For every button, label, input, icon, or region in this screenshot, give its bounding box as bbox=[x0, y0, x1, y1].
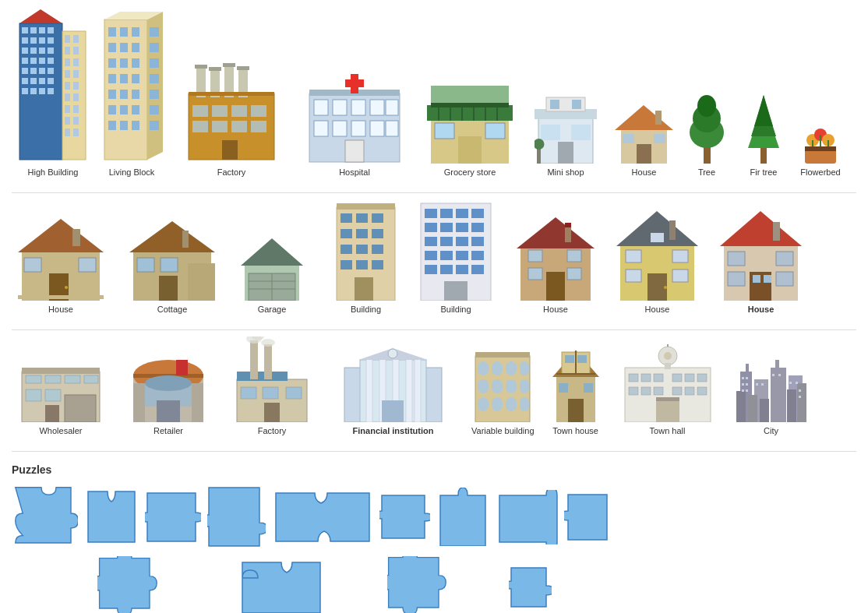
svg-rect-17 bbox=[48, 58, 54, 64]
svg-rect-232 bbox=[546, 272, 565, 301]
puzzle-piece-7[interactable] bbox=[436, 488, 489, 546]
svg-rect-106 bbox=[314, 100, 328, 115]
financial-label: Financial institution bbox=[353, 426, 434, 435]
svg-rect-341 bbox=[665, 363, 671, 369]
item-grocery-store[interactable]: Grocery store bbox=[427, 78, 513, 177]
svg-rect-20 bbox=[39, 68, 45, 74]
puzzle-piece-12[interactable] bbox=[387, 556, 450, 613]
svg-rect-300 bbox=[478, 361, 489, 375]
svg-rect-109 bbox=[370, 100, 384, 115]
svg-rect-26 bbox=[22, 88, 28, 94]
svg-rect-138 bbox=[541, 125, 560, 140]
svg-marker-144 bbox=[615, 105, 673, 130]
svg-rect-46 bbox=[73, 105, 79, 113]
puzzles-section: Puzzles bbox=[12, 463, 856, 613]
svg-rect-224 bbox=[471, 265, 484, 274]
item-house3[interactable]: House bbox=[517, 203, 595, 314]
svg-rect-316 bbox=[565, 355, 574, 363]
puzzle-piece-5[interactable] bbox=[272, 489, 373, 545]
item-house4[interactable]: House bbox=[616, 203, 698, 314]
variable-building-icon bbox=[471, 344, 534, 422]
item-mini-shop[interactable]: Mini shop bbox=[535, 93, 597, 177]
svg-rect-312 bbox=[475, 352, 530, 358]
row-2: House bbox=[12, 199, 856, 322]
item-city[interactable]: City bbox=[736, 344, 806, 435]
puzzle-piece-9[interactable] bbox=[564, 491, 611, 544]
fir-tree-icon bbox=[748, 93, 779, 164]
item-house1[interactable]: House bbox=[615, 93, 673, 177]
item-factory2[interactable]: Factory bbox=[233, 336, 311, 435]
item-factory1[interactable]: Factory bbox=[185, 62, 278, 177]
svg-rect-258 bbox=[26, 375, 41, 383]
svg-rect-223 bbox=[456, 265, 468, 274]
svg-rect-213 bbox=[425, 237, 437, 246]
item-financial[interactable]: Financial institution bbox=[337, 344, 450, 435]
item-building2[interactable]: Building bbox=[417, 199, 495, 314]
item-high-building[interactable]: High Building bbox=[18, 8, 88, 177]
svg-rect-139 bbox=[571, 125, 591, 140]
svg-rect-55 bbox=[132, 27, 139, 37]
svg-rect-116 bbox=[345, 140, 364, 162]
item-living-block[interactable]: Living Block bbox=[101, 8, 163, 177]
puzzle-piece-8[interactable] bbox=[496, 490, 558, 544]
svg-rect-240 bbox=[672, 270, 688, 282]
svg-rect-278 bbox=[250, 340, 258, 379]
item-variable-building[interactable]: Variable building bbox=[471, 344, 535, 435]
divider-3 bbox=[12, 451, 856, 452]
svg-rect-363 bbox=[778, 374, 781, 376]
item-retailer[interactable]: Retailer bbox=[129, 352, 207, 435]
puzzle-piece-4[interactable] bbox=[207, 484, 266, 550]
svg-rect-99 bbox=[231, 121, 247, 132]
svg-rect-325 bbox=[629, 374, 638, 382]
item-wholesaler[interactable]: Wholesaler bbox=[18, 352, 104, 435]
svg-rect-79 bbox=[150, 90, 159, 99]
item-tree[interactable]: Tree bbox=[683, 93, 730, 177]
svg-rect-147 bbox=[654, 134, 665, 143]
item-garage[interactable]: Garage bbox=[241, 231, 303, 314]
svg-rect-230 bbox=[528, 268, 542, 280]
svg-rect-21 bbox=[48, 68, 54, 74]
svg-rect-39 bbox=[65, 70, 70, 78]
svg-rect-11 bbox=[30, 48, 37, 54]
item-house5[interactable]: House bbox=[720, 203, 802, 314]
svg-rect-283 bbox=[241, 387, 256, 399]
item-cottage[interactable]: Cottage bbox=[129, 207, 215, 314]
svg-rect-153 bbox=[760, 146, 767, 164]
wholesaler-icon bbox=[18, 352, 104, 422]
svg-rect-2 bbox=[22, 27, 28, 33]
svg-rect-180 bbox=[182, 231, 189, 248]
svg-rect-145 bbox=[637, 144, 651, 164]
mini-shop-icon bbox=[535, 93, 597, 164]
svg-rect-319 bbox=[584, 383, 593, 393]
svg-rect-100 bbox=[251, 121, 266, 132]
svg-rect-49 bbox=[65, 129, 70, 136]
item-house2[interactable]: House bbox=[18, 207, 104, 314]
item-building1[interactable]: Building bbox=[333, 199, 399, 314]
item-town-house[interactable]: Town house bbox=[552, 344, 599, 435]
puzzle-piece-2[interactable] bbox=[84, 488, 139, 546]
puzzle-piece-10[interactable] bbox=[97, 556, 160, 613]
puzzle-piece-1[interactable] bbox=[12, 484, 78, 550]
svg-rect-63 bbox=[120, 74, 128, 83]
svg-rect-222 bbox=[440, 265, 453, 274]
svg-rect-366 bbox=[799, 389, 801, 392]
svg-rect-191 bbox=[356, 213, 368, 223]
puzzle-piece-3[interactable] bbox=[145, 489, 201, 545]
svg-rect-286 bbox=[264, 403, 280, 422]
item-flowerbed[interactable]: Flowerbed bbox=[797, 121, 844, 177]
svg-rect-215 bbox=[456, 237, 468, 246]
item-fir-tree[interactable]: Fir tree bbox=[740, 93, 787, 177]
puzzle-piece-11[interactable] bbox=[238, 558, 324, 614]
svg-rect-337 bbox=[656, 399, 679, 422]
item-town-hall[interactable]: Town hall bbox=[621, 344, 715, 435]
puzzle-piece-13[interactable] bbox=[509, 564, 552, 611]
item-hospital[interactable]: Hospital bbox=[308, 70, 401, 177]
svg-rect-202 bbox=[355, 277, 373, 301]
svg-rect-303 bbox=[520, 361, 529, 375]
svg-rect-12 bbox=[39, 48, 45, 54]
svg-rect-72 bbox=[120, 121, 128, 130]
puzzle-piece-6[interactable] bbox=[379, 491, 430, 542]
svg-rect-19 bbox=[30, 68, 37, 74]
svg-rect-217 bbox=[425, 251, 437, 260]
svg-rect-76 bbox=[150, 43, 159, 52]
